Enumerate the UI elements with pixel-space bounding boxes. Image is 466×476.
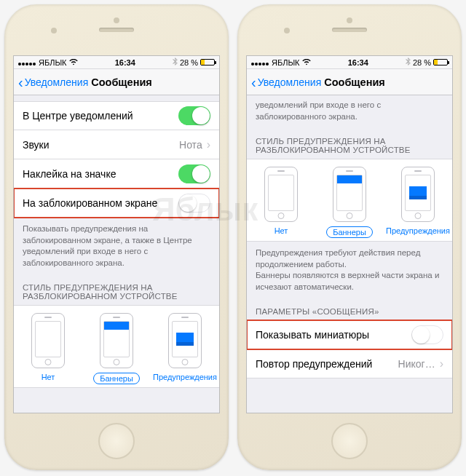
toggle-show-previews[interactable]	[411, 325, 443, 344]
toggle-notif-center[interactable]	[178, 106, 210, 125]
bluetooth-icon	[406, 57, 411, 67]
row-notification-center[interactable]: В Центре уведомлений	[14, 101, 219, 130]
chevron-right-icon: ›	[438, 357, 443, 370]
clock: 16:34	[348, 58, 368, 67]
row-label: Наклейка на значке	[23, 168, 116, 180]
battery-pct: 28 %	[413, 58, 431, 67]
phone-icon	[333, 167, 366, 222]
phone-icon	[264, 167, 298, 222]
section-header-alert-style: СТИЛЬ ПРЕДУПРЕЖДЕНИЯ НА РАЗБЛОКИРОВАННОМ…	[247, 125, 452, 159]
section-header-msg-params: ПАРАМЕТРЫ «СООБЩЕНИЯ»	[247, 295, 452, 320]
alert-style-alerts[interactable]: Предупреждения	[384, 167, 451, 238]
phone-icon	[168, 313, 202, 368]
phone-icon	[401, 167, 435, 222]
status-bar: ЯБЛЫК 16:34 28 %	[14, 56, 219, 69]
row-lock-screen[interactable]: На заблокированном экране	[14, 189, 219, 218]
style-label: Нет	[275, 226, 288, 235]
row-label: На заблокированном экране	[23, 197, 157, 209]
chevron-left-icon: ‹	[251, 79, 256, 85]
phone-icon	[31, 313, 65, 368]
phone-mock-left: ЯБЛЫК 16:34 28 % ‹ Уведомления Сообщения	[4, 4, 229, 470]
alert-style-picker: Нет Баннеры Предупреждения	[247, 159, 452, 242]
style-label: Предупреждения	[153, 373, 217, 381]
alert-style-picker: Нет Баннеры Предупреждения	[14, 305, 219, 388]
wifi-icon	[302, 58, 311, 67]
screen-right: ЯБЛЫК 16:34 28 % ‹ Уведомления Сообщения	[246, 55, 453, 413]
wifi-icon	[69, 58, 78, 67]
footer-text: Предупреждения требуют действия перед пр…	[247, 242, 452, 295]
page-title: Сообщения	[324, 76, 385, 88]
page-title: Сообщения	[91, 76, 152, 88]
alert-style-banners[interactable]: Баннеры	[315, 167, 383, 238]
back-label: Уведомления	[258, 76, 322, 88]
battery-icon	[433, 59, 448, 66]
alert-style-alerts[interactable]: Предупреждения	[151, 313, 218, 384]
alert-style-banners[interactable]: Баннеры	[82, 313, 150, 384]
nav-bar: ‹ Уведомления Сообщения	[247, 69, 452, 95]
chevron-left-icon: ‹	[18, 79, 23, 85]
row-label: Повтор предупреждений	[256, 358, 372, 370]
back-label: Уведомления	[25, 76, 89, 88]
signal-dots-icon	[251, 58, 269, 67]
phone-icon	[100, 313, 133, 368]
back-button[interactable]: ‹ Уведомления	[251, 76, 321, 88]
style-label: Баннеры	[326, 226, 373, 238]
nav-bar: ‹ Уведомления Сообщения	[14, 69, 219, 95]
row-label: Показывать миниатюры	[256, 329, 369, 341]
row-sounds[interactable]: Звуки Нота ›	[14, 130, 219, 159]
alert-style-none[interactable]: Нет	[247, 167, 315, 238]
screen-left: ЯБЛЫК 16:34 28 % ‹ Уведомления Сообщения	[13, 55, 220, 413]
row-label: В Центре уведомлений	[23, 110, 133, 122]
phone-mock-right: ЯБЛЫК 16:34 28 % ‹ Уведомления Сообщения	[237, 4, 462, 470]
home-button[interactable]	[98, 423, 135, 459]
clock: 16:34	[115, 58, 135, 67]
row-badge[interactable]: Наклейка на значке	[14, 159, 219, 189]
battery-icon	[200, 59, 215, 66]
row-label: Звуки	[23, 139, 50, 151]
toggle-lock-screen[interactable]	[178, 194, 210, 213]
carrier-label: ЯБЛЫК	[272, 58, 300, 67]
back-button[interactable]: ‹ Уведомления	[18, 76, 88, 88]
row-value: Нота ›	[179, 138, 210, 151]
chevron-right-icon: ›	[205, 138, 210, 151]
row-value: Никог… ›	[398, 357, 443, 370]
battery-pct: 28 %	[180, 58, 198, 67]
carrier-label: ЯБЛЫК	[39, 58, 67, 67]
row-show-previews[interactable]: Показывать миниатюры	[247, 320, 452, 349]
section-header-alert-style: СТИЛЬ ПРЕДУПРЕЖДЕНИЯ НА РАЗБЛОКИРОВАННОМ…	[14, 271, 219, 305]
toggle-badge[interactable]	[178, 164, 210, 183]
style-label: Баннеры	[93, 373, 140, 384]
row-repeat-alerts[interactable]: Повтор предупреждений Никог… ›	[247, 349, 452, 378]
bluetooth-icon	[173, 57, 178, 67]
style-label: Нет	[42, 373, 55, 381]
footer-text: Показывать предупреждения на заблокирова…	[14, 218, 219, 271]
home-button[interactable]	[331, 423, 368, 459]
alert-style-none[interactable]: Нет	[14, 313, 82, 384]
signal-dots-icon	[18, 58, 36, 67]
footer-text: уведомлений при входе в него с заблокиро…	[247, 95, 452, 125]
status-bar: ЯБЛЫК 16:34 28 %	[247, 56, 452, 69]
style-label: Предупреждения	[386, 226, 450, 235]
